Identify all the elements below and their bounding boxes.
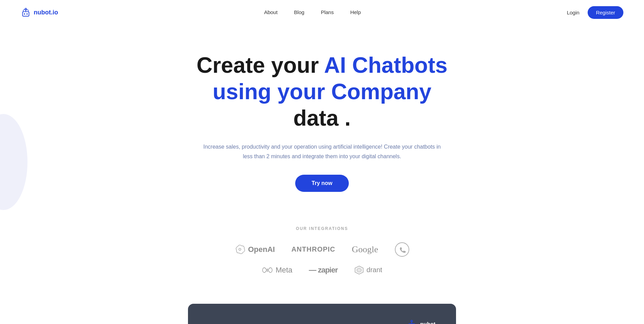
integrations-row-2: Meta — zapier drant [7,265,637,275]
openai-label: OpenAI [248,245,275,254]
anthropic-label: ANTHROPIC [291,245,335,253]
integration-google: Google [352,244,378,255]
meta-icon [262,266,273,274]
integration-openai: OpenAI [234,244,275,255]
qdrant-icon [354,265,364,275]
nav-right: Login Register [567,6,623,19]
register-button[interactable]: Register [588,6,623,19]
svg-point-2 [26,13,28,15]
integration-meta: Meta [262,266,292,275]
zapier-label: — zapier [309,266,338,275]
qdrant-label: drant [367,266,382,274]
hero-title: Create your AI Chatbots using your Compa… [167,52,477,131]
preview-logo-icon [407,319,417,324]
integrations-row-1: OpenAI ANTHROPIC Google [7,242,637,257]
svg-point-1 [24,13,25,15]
openai-icon [234,244,245,255]
integrations-section: OUR INTEGRATIONS OpenAI ANTHROPIC Google [0,206,644,290]
integration-anthropic: ANTHROPIC [291,245,335,253]
nav-blog[interactable]: Blog [294,9,304,15]
integration-zapier: — zapier [309,266,338,275]
login-link[interactable]: Login [567,10,579,15]
svg-marker-7 [357,268,361,272]
try-now-button[interactable]: Try now [295,175,349,192]
whatsapp-icon [395,242,410,257]
integrations-label: OUR INTEGRATIONS [7,226,637,231]
svg-point-5 [395,243,409,256]
nav-about[interactable]: About [264,9,277,15]
svg-rect-0 [23,12,29,16]
hero-subtitle: Increase sales, productivity and your op… [202,142,442,161]
hero-title-period: . [338,106,351,130]
nav-help[interactable]: Help [350,9,361,15]
meta-label: Meta [276,266,292,275]
brand-name: nubot.io [34,9,58,16]
logo-icon [21,7,31,18]
nav-links: About Blog Plans Help [264,9,361,15]
hero-section: Create your AI Chatbots using your Compa… [0,25,644,206]
preview-logo-text: nubot [420,321,435,324]
integration-qdrant: drant [354,265,382,275]
hero-title-part1: Create your [197,53,324,78]
svg-point-11 [411,320,412,322]
preview-window: nubot [188,304,456,324]
hero-title-part2: data [293,106,338,130]
logo[interactable]: nubot.io [21,7,58,18]
navigation: nubot.io About Blog Plans Help Login Reg… [0,0,644,25]
nav-plans[interactable]: Plans [321,9,334,15]
bottom-preview-area: nubot [0,290,644,324]
svg-point-4 [239,248,241,250]
google-label: Google [352,244,378,255]
integration-whatsapp [395,242,410,257]
